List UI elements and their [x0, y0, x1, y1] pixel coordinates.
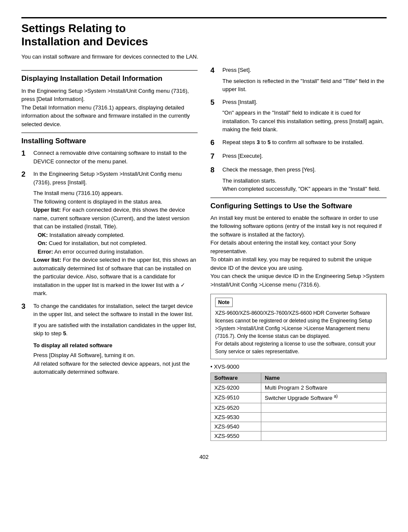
- table-cell-software: XZS-9540: [211, 422, 261, 431]
- step-7: 7 Press [Execute].: [210, 152, 387, 161]
- step-4-content: Press [Set]. The selection is reflected …: [222, 66, 387, 94]
- step-5-content: Press [Install]. "On" appears in the "In…: [222, 98, 387, 134]
- table-header-software: Software: [211, 373, 261, 383]
- step-2-note-error: Error: An error occurred during installa…: [38, 248, 198, 256]
- table-cell-name: Switcher Upgrade Software a): [261, 393, 386, 403]
- step-4-note: The selection is reflected in the "Insta…: [222, 77, 387, 94]
- step-3-subsection-title: To display all related software: [33, 341, 198, 350]
- table-cell-name: [261, 422, 386, 431]
- right-column: 4 Press [Set]. The selection is reflecte…: [210, 66, 387, 440]
- section2-title: Installing Software: [21, 136, 198, 145]
- table-cell-software: XZS-9550: [211, 431, 261, 440]
- note-text: XZS-9600/XZS-8600/XZS-7600/XZS-6600 HDR …: [215, 309, 382, 355]
- step-1-content: Connect a removable drive containing sof…: [33, 149, 198, 166]
- step-2-notes: The Install menu (7316.10) appears. The …: [33, 189, 198, 298]
- table-row: XZS-9520: [211, 403, 387, 412]
- step-1-num: 1: [21, 149, 29, 166]
- table-cell-name: Multi Program 2 Software: [261, 383, 386, 393]
- page-number: 402: [199, 454, 209, 460]
- step-4-num: 4: [210, 66, 218, 94]
- step-2-note-1: The Install menu (7316.10) appears.: [33, 189, 198, 198]
- step-3: 3 To change the candidates for installat…: [21, 302, 198, 376]
- divider-1: [21, 70, 198, 71]
- step-8-content: Check the message, then press [Yes]. The…: [222, 166, 387, 193]
- table-row: XZS-9540: [211, 422, 387, 431]
- step-3-text: To change the candidates for installatio…: [33, 303, 193, 318]
- step-3-content: To change the candidates for installatio…: [33, 302, 198, 376]
- divider-3: [210, 198, 387, 198]
- step-3-subnote: If you are satisfied with the installati…: [33, 321, 198, 338]
- page-container: Settings Relating to Installation and De…: [21, 17, 387, 460]
- table-cell-software: XZS-9200: [211, 383, 261, 393]
- table-row: XZS-9510 Switcher Upgrade Software a): [211, 393, 387, 403]
- step-2-note-ok: OK: Installation already completed.: [38, 231, 198, 239]
- step-4-text: Press [Set].: [222, 67, 251, 73]
- section1-body: In the Engineering Setup >System >Instal…: [21, 87, 198, 129]
- table-row: XZS-9550: [211, 431, 387, 440]
- step-6-content: Repeat steps 3 to 5 to confirm all softw…: [222, 138, 387, 148]
- table-cell-software: XZS-9510: [211, 393, 261, 403]
- step-5-note: "On" appears in the "Install" field to i…: [222, 109, 387, 134]
- step-2-note-2: The following content is displayed in th…: [33, 198, 198, 206]
- two-column-layout: Displaying Installation Detail Informati…: [21, 66, 387, 440]
- step-5-text: Press [Install].: [222, 99, 257, 105]
- table-header-name: Name: [261, 373, 386, 383]
- section3-title: Configuring Settings to Use the Software: [210, 201, 387, 210]
- table-cell-name: [261, 431, 386, 440]
- table-cell-software: XZS-9530: [211, 412, 261, 422]
- intro-text: You can install software and firmware fo…: [21, 53, 387, 60]
- note-box: Note XZS-9600/XZS-8600/XZS-7600/XZS-6600…: [210, 294, 387, 359]
- step-1-text: Connect a removable drive containing sof…: [33, 150, 186, 165]
- step-2-note-on: On: Cued for installation, but not compl…: [38, 239, 198, 248]
- step-5-num: 5: [210, 98, 218, 134]
- section1-title: Displaying Installation Detail Informati…: [21, 74, 198, 83]
- page-footer: 402: [21, 454, 387, 460]
- page-title: Settings Relating to Installation and De…: [21, 17, 387, 66]
- step-2-note-upper: Upper list: For each connected device, t…: [33, 206, 198, 231]
- section3-body1: An install key must be entered to enable…: [210, 214, 387, 289]
- step-3-num: 3: [21, 302, 29, 376]
- step-5: 5 Press [Install]. "On" appears in the "…: [210, 98, 387, 134]
- step-7-content: Press [Execute].: [222, 152, 387, 161]
- table-cell-software: XZS-9520: [211, 403, 261, 412]
- step-7-text: Press [Execute].: [222, 153, 263, 159]
- left-column: Displaying Installation Detail Informati…: [21, 66, 198, 440]
- table-row: XZS-9200 Multi Program 2 Software: [211, 383, 387, 393]
- step-3-subsection-body: Press [Display All Software], turning it…: [33, 351, 198, 376]
- step-2-num: 2: [21, 170, 29, 298]
- step-6-num: 6: [210, 138, 218, 148]
- table-row: XZS-9530: [211, 412, 387, 422]
- step-8: 8 Check the message, then press [Yes]. T…: [210, 166, 387, 193]
- step-6: 6 Repeat steps 3 to 5 to confirm all sof…: [210, 138, 387, 148]
- table-cell-name: [261, 412, 386, 422]
- divider-2: [21, 133, 198, 133]
- step-2: 2 In the Engineering Setup >System >Inst…: [21, 170, 198, 298]
- step-4: 4 Press [Set]. The selection is reflecte…: [210, 66, 387, 94]
- main-title: Settings Relating to Installation and De…: [21, 17, 387, 48]
- step-2-note-lower: Lower list: For the device selected in t…: [33, 256, 198, 298]
- step-8-num: 8: [210, 166, 218, 193]
- step-2-content: In the Engineering Setup >System >Instal…: [33, 170, 198, 298]
- step-7-num: 7: [210, 152, 218, 161]
- step-8-note: The installation starts. When completed …: [222, 177, 387, 193]
- step-1: 1 Connect a removable drive containing s…: [21, 149, 198, 166]
- xvs-bullet: • XVS-9000: [210, 364, 387, 370]
- step-8-text: Check the message, then press [Yes].: [222, 166, 316, 173]
- note-label: Note: [215, 298, 233, 307]
- table-cell-name: [261, 403, 386, 412]
- software-table: Software Name XZS-9200 Multi Program 2 S…: [210, 372, 387, 440]
- step-2-text: In the Engineering Setup >System >Instal…: [33, 171, 182, 186]
